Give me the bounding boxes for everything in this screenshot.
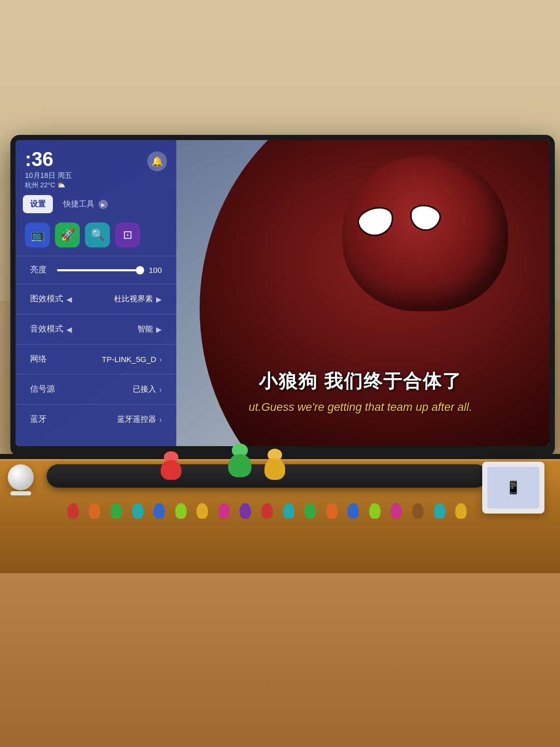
bear-figurine-green [228, 444, 251, 477]
picture-mode-setting[interactable]: 图效模式 ◀ 杜比视界素 ▶ [21, 286, 171, 312]
notification-bell-icon[interactable]: 🔔 [147, 151, 167, 171]
figurine-4 [132, 503, 144, 519]
weather-display: 杭州 22°C ⛅ [25, 181, 72, 190]
figurine-13 [326, 503, 338, 519]
bear-figurine-yellow [264, 449, 285, 480]
figurine-10 [261, 503, 273, 519]
tool-display-icon[interactable]: ⊡ [115, 223, 140, 247]
deadpool-eye-right [408, 202, 443, 233]
bear-figurine-red [161, 451, 181, 480]
date-display: 10月18日 周五 [25, 171, 72, 181]
time-display: :36 [25, 149, 72, 169]
figurine-16 [390, 503, 402, 519]
figurine-7 [197, 503, 208, 519]
bear-body-2 [228, 454, 251, 478]
tv-frame: 小狼狗 我们终于合体了 ut.Guess we're getting that … [10, 135, 555, 457]
tablet-device-right[interactable]: 📱 [482, 462, 544, 514]
figurine-18 [434, 503, 445, 519]
bluetooth-setting[interactable]: 蓝牙 蓝牙遥控器 › [21, 407, 171, 432]
bear-body [161, 460, 181, 480]
device-screen: 📱 [487, 467, 539, 508]
tv-screen: 小狼狗 我们终于合体了 ut.Guess we're getting that … [16, 140, 550, 446]
signal-source-label: 信号源 [30, 384, 66, 395]
brightness-slider-fill [57, 269, 140, 271]
sound-mode-label: 音效模式 [30, 324, 66, 335]
tab-quick-tools[interactable]: 快捷工具 ▶ [56, 195, 115, 213]
brightness-setting: 亮度 100 [21, 258, 171, 282]
quick-tools-arrow-icon: ▶ [99, 200, 108, 209]
device-base [10, 491, 31, 495]
picture-mode-value: 杜比视界素 [75, 294, 153, 304]
device-sphere [8, 464, 34, 490]
picture-mode-right-arrow-icon[interactable]: ▶ [156, 295, 162, 303]
tool-search-icon[interactable]: 🔍 [85, 223, 110, 247]
tool-screen-icon[interactable]: 📺 [25, 223, 50, 247]
brightness-slider-thumb[interactable] [136, 266, 144, 274]
brightness-slider-track[interactable] [57, 269, 140, 271]
figurines-area [52, 477, 482, 519]
figurine-11 [283, 503, 295, 519]
figurine-3 [110, 503, 122, 519]
figurine-1 [67, 503, 79, 519]
menu-tabs: 设置 快捷工具 ▶ [16, 195, 176, 213]
figurine-12 [304, 503, 316, 519]
picture-mode-label: 图效模式 [30, 294, 66, 305]
network-setting[interactable]: 网络 TP-LINK_5G_D › [21, 347, 171, 372]
network-label: 网络 [30, 354, 66, 365]
sound-mode-setting[interactable]: 音效模式 ◀ 智能 ▶ [21, 316, 171, 342]
bluetooth-value: 蓝牙遥控器 [66, 414, 156, 424]
figurine-8 [218, 503, 230, 519]
menu-divider-1 [16, 256, 176, 256]
floor [0, 568, 560, 747]
smart-device-left [8, 464, 41, 498]
subtitle-chinese: 小狼狗 我们终于合体了 [171, 369, 550, 394]
deadpool-mask [342, 156, 508, 311]
menu-divider-6 [16, 404, 176, 405]
figurine-5 [153, 503, 165, 519]
tool-rocket-icon[interactable]: 🚀 [55, 223, 80, 247]
time-info: :36 10月18日 周五 杭州 22°C ⛅ [25, 149, 72, 190]
menu-divider-4 [16, 344, 176, 344]
network-value: TP-LINK_5G_D [66, 355, 156, 364]
sound-mode-value: 智能 [75, 324, 153, 334]
bluetooth-arrow-icon: › [159, 416, 162, 424]
bear-body-3 [264, 458, 285, 480]
menu-divider-3 [16, 314, 176, 314]
sound-mode-left-arrow-icon[interactable]: ◀ [66, 325, 72, 334]
deadpool-eye-left [355, 203, 397, 240]
subtitle-english: ut.Guess we're getting that team up afte… [171, 400, 550, 414]
signal-source-arrow-icon: › [159, 385, 162, 394]
figurine-6 [175, 503, 187, 519]
menu-header: :36 10月18日 周五 杭州 22°C ⛅ 🔔 [16, 140, 176, 195]
menu-divider-2 [16, 284, 176, 284]
figurine-19 [455, 503, 467, 519]
figurine-17 [412, 503, 424, 519]
network-arrow-icon: › [159, 355, 162, 364]
sound-mode-right-arrow-icon[interactable]: ▶ [156, 325, 162, 334]
figurine-2 [89, 503, 100, 519]
figurine-15 [369, 503, 381, 519]
tab-settings[interactable]: 设置 [23, 195, 53, 213]
tv-settings-menu: :36 10月18日 周五 杭州 22°C ⛅ 🔔 设置 快捷工具 ▶ 📺 [16, 140, 176, 446]
bluetooth-label: 蓝牙 [30, 414, 66, 425]
picture-mode-left-arrow-icon[interactable]: ◀ [66, 295, 72, 303]
signal-source-setting[interactable]: 信号源 已接入 › [21, 377, 171, 402]
menu-divider-5 [16, 374, 176, 375]
brightness-label: 亮度 [30, 265, 51, 275]
brightness-value: 100 [146, 266, 162, 274]
signal-source-value: 已接入 [66, 384, 156, 394]
quick-tools-row: 📺 🚀 🔍 ⊡ [16, 218, 176, 252]
figurine-14 [347, 503, 359, 519]
figurine-9 [240, 503, 251, 519]
